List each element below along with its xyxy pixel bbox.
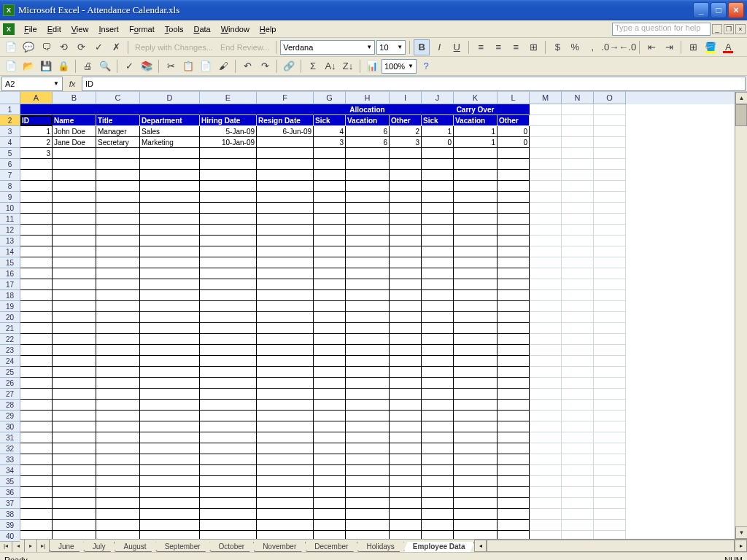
cell[interactable] <box>53 290 96 301</box>
cell[interactable] <box>140 345 200 356</box>
prev-change-icon[interactable]: ⟲ <box>55 39 71 55</box>
help-button[interactable]: ? <box>418 58 434 74</box>
row-header-11[interactable]: 11 <box>0 214 20 225</box>
cell[interactable] <box>314 509 346 520</box>
row-header-38[interactable]: 38 <box>0 509 20 520</box>
cell[interactable] <box>96 378 140 389</box>
cell[interactable] <box>530 192 562 203</box>
cell[interactable] <box>346 378 390 389</box>
column-header-I[interactable]: I <box>390 92 422 104</box>
cell[interactable] <box>530 345 562 356</box>
cell[interactable] <box>314 246 346 257</box>
cell[interactable] <box>530 257 562 268</box>
cell[interactable] <box>346 236 390 246</box>
row-header-20[interactable]: 20 <box>0 312 20 323</box>
cell[interactable] <box>498 356 530 367</box>
cell[interactable] <box>257 476 314 487</box>
cell[interactable] <box>422 181 454 192</box>
cell[interactable] <box>20 334 53 345</box>
tab-nav-last[interactable]: ▸| <box>37 540 50 552</box>
cell[interactable] <box>53 531 96 539</box>
cell[interactable] <box>96 279 140 290</box>
cell[interactable] <box>498 487 530 498</box>
cell[interactable] <box>20 323 53 334</box>
cell[interactable] <box>530 225 562 236</box>
cell[interactable] <box>140 454 200 465</box>
cell[interactable] <box>562 531 594 539</box>
cell[interactable] <box>390 389 422 400</box>
cell[interactable] <box>422 334 454 345</box>
cell[interactable] <box>257 301 314 312</box>
col-header-id[interactable]: ID <box>20 115 53 126</box>
column-header-C[interactable]: C <box>96 92 140 104</box>
cell[interactable] <box>257 323 314 334</box>
menu-data[interactable]: Data <box>188 23 215 36</box>
cell[interactable] <box>498 411 530 421</box>
menu-tools[interactable]: Tools <box>160 23 189 36</box>
column-header-O[interactable]: O <box>594 92 626 104</box>
cell[interactable] <box>530 181 562 192</box>
cell[interactable] <box>346 443 390 454</box>
cell[interactable] <box>140 367 200 378</box>
cell[interactable] <box>53 454 96 465</box>
cell[interactable] <box>20 476 53 487</box>
cell[interactable] <box>20 312 53 323</box>
cell[interactable] <box>314 268 346 279</box>
cell[interactable] <box>96 290 140 301</box>
cell[interactable] <box>20 411 53 421</box>
cell[interactable] <box>530 159 562 170</box>
menu-format[interactable]: Format <box>124 23 160 36</box>
cell[interactable] <box>454 225 498 236</box>
cell[interactable] <box>200 214 257 225</box>
cell[interactable] <box>346 531 390 539</box>
cell[interactable] <box>562 378 594 389</box>
cell[interactable] <box>530 137 562 148</box>
col-header-sick[interactable]: Sick <box>422 115 454 126</box>
cell[interactable] <box>390 531 422 539</box>
col-header-sick[interactable]: Sick <box>314 115 346 126</box>
cell[interactable] <box>562 411 594 421</box>
cell[interactable] <box>96 421 140 432</box>
cell[interactable] <box>594 432 626 443</box>
hyperlink-button[interactable]: 🔗 <box>281 58 297 74</box>
cell[interactable] <box>422 498 454 509</box>
cell[interactable] <box>530 268 562 279</box>
sheet-tab-november[interactable]: November <box>253 542 306 552</box>
new-button[interactable]: 📄 <box>3 58 19 74</box>
cell[interactable] <box>498 498 530 509</box>
cell[interactable] <box>422 323 454 334</box>
cell[interactable] <box>390 323 422 334</box>
menu-view[interactable]: View <box>66 23 94 36</box>
cell[interactable] <box>530 115 562 126</box>
cell[interactable] <box>454 159 498 170</box>
cell[interactable] <box>422 378 454 389</box>
cell[interactable] <box>140 192 200 203</box>
cell-a_vac[interactable]: 6 <box>346 137 390 148</box>
cell[interactable] <box>140 356 200 367</box>
row-header-9[interactable]: 9 <box>0 192 20 203</box>
cell[interactable] <box>498 421 530 432</box>
cell[interactable] <box>562 192 594 203</box>
cell[interactable] <box>314 290 346 301</box>
cell[interactable] <box>454 312 498 323</box>
cut-button[interactable]: ✂ <box>163 58 179 74</box>
cell[interactable] <box>562 279 594 290</box>
column-header-F[interactable]: F <box>257 92 314 104</box>
cell[interactable] <box>498 192 530 203</box>
cell[interactable] <box>422 356 454 367</box>
cell[interactable] <box>390 454 422 465</box>
column-header-J[interactable]: J <box>422 92 454 104</box>
cell[interactable] <box>53 432 96 443</box>
cell[interactable] <box>530 487 562 498</box>
cell-id[interactable]: 2 <box>20 137 53 148</box>
cell[interactable] <box>314 443 346 454</box>
cell[interactable] <box>200 476 257 487</box>
cell[interactable] <box>96 367 140 378</box>
cell[interactable] <box>390 214 422 225</box>
cell[interactable] <box>422 279 454 290</box>
cell[interactable] <box>96 531 140 539</box>
close-button[interactable]: × <box>728 2 744 18</box>
cell[interactable] <box>422 487 454 498</box>
cell[interactable] <box>200 498 257 509</box>
cell[interactable] <box>594 356 626 367</box>
